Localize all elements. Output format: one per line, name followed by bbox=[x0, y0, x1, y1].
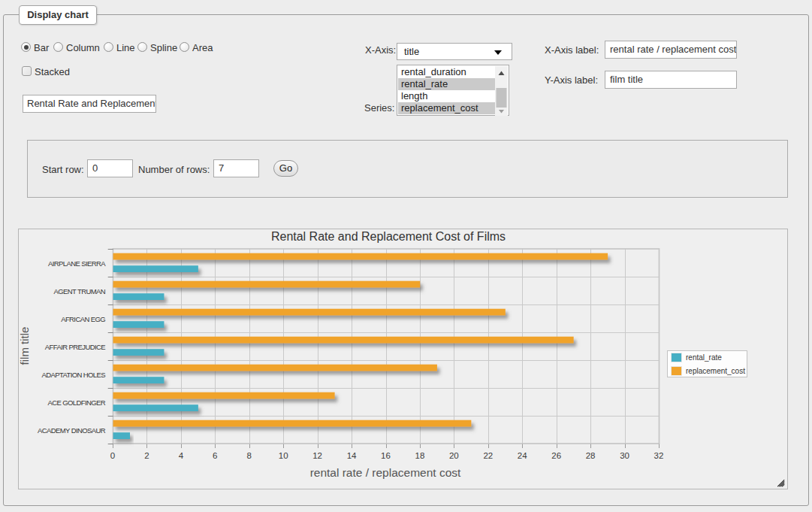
svg-text:2: 2 bbox=[144, 451, 149, 460]
svg-text:AGENT TRUMAN: AGENT TRUMAN bbox=[54, 287, 106, 295]
svg-text:rental_rate: rental_rate bbox=[686, 353, 722, 362]
svg-text:22: 22 bbox=[483, 451, 493, 460]
svg-text:film title: film title bbox=[18, 327, 31, 365]
svg-text:12: 12 bbox=[312, 451, 322, 460]
svg-text:26: 26 bbox=[551, 451, 561, 460]
svg-text:6: 6 bbox=[213, 451, 217, 460]
svg-text:20: 20 bbox=[449, 451, 459, 460]
svg-text:AIRPLANE SIERRA: AIRPLANE SIERRA bbox=[48, 259, 106, 268]
svg-text:32: 32 bbox=[654, 451, 664, 460]
svg-text:replacement_cost: replacement_cost bbox=[686, 367, 745, 375]
svg-text:0: 0 bbox=[110, 451, 115, 460]
svg-text:ACADEMY DINOSAUR: ACADEMY DINOSAUR bbox=[38, 426, 106, 435]
svg-text:4: 4 bbox=[179, 451, 184, 460]
svg-text:10: 10 bbox=[279, 451, 288, 460]
svg-text:28: 28 bbox=[586, 451, 596, 460]
svg-text:14: 14 bbox=[347, 451, 357, 460]
svg-text:16: 16 bbox=[381, 451, 391, 460]
svg-text:24: 24 bbox=[518, 451, 527, 460]
svg-text:ADAPTATION HOLES: ADAPTATION HOLES bbox=[41, 371, 105, 379]
svg-text:30: 30 bbox=[620, 451, 629, 460]
svg-text:AFFAIR PREJUDICE: AFFAIR PREJUDICE bbox=[45, 343, 105, 351]
svg-text:Rental Rate and Replacement Co: Rental Rate and Replacement Cost of Film… bbox=[271, 230, 506, 243]
svg-text:18: 18 bbox=[415, 451, 425, 460]
svg-text:rental rate / replacement cost: rental rate / replacement cost bbox=[310, 466, 461, 479]
svg-text:ACE GOLDFINGER: ACE GOLDFINGER bbox=[47, 398, 105, 407]
svg-text:8: 8 bbox=[247, 451, 252, 460]
svg-text:AFRICAN EGG: AFRICAN EGG bbox=[61, 315, 105, 323]
